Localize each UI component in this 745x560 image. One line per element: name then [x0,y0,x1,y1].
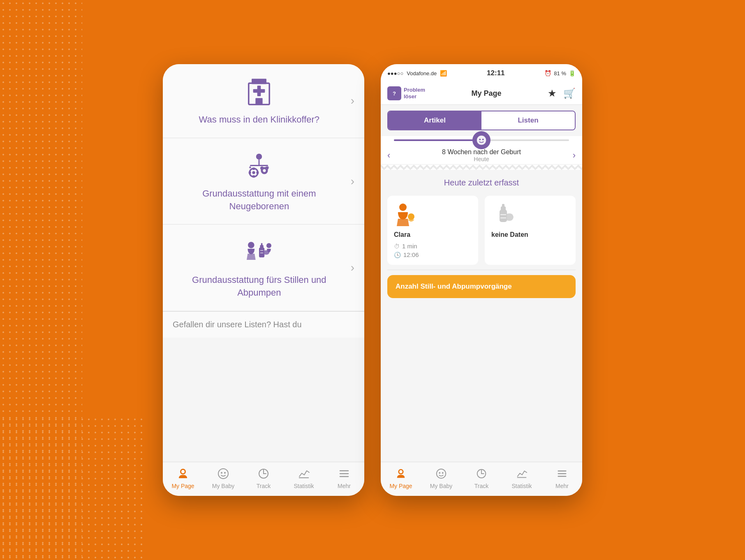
list-item-stillen[interactable]: Grundausstattung fürs Stillen und Abpump… [163,224,364,311]
chevron-right-icon-2: › [351,175,354,188]
today-section: Heute zuletzt erfasst [381,170,582,270]
cart-icon[interactable]: 🛒 [563,88,576,99]
mybaby-icon [216,466,231,481]
right-nav-track[interactable]: Track [465,466,498,489]
klinikkoffer-label: Was muss in den Klinikkoffer? [199,113,319,126]
bottom-text: Gefallen dir unsere Listen? Hast du [163,311,364,338]
svg-rect-1 [252,79,266,84]
svg-rect-12 [252,167,255,170]
svg-point-29 [218,469,228,479]
mybaby-label: My Baby [212,483,234,489]
section-separator [381,165,582,170]
svg-rect-15 [257,171,259,174]
tab-container: Artikel Listen [387,111,576,130]
prev-week-button[interactable]: ‹ [387,150,390,161]
statistik-icon [296,466,311,481]
svg-point-31 [224,472,226,474]
svg-point-18 [265,167,269,170]
logo-line1: Problem [404,87,425,93]
svg-rect-22 [260,245,264,248]
nav-item-track[interactable]: Track [247,466,280,489]
svg-rect-3 [253,89,265,93]
nav-item-statistik[interactable]: Statistik [287,466,320,489]
track-icon [256,466,271,481]
time-icon: ⏱ [394,243,400,250]
pump-icon [491,202,516,227]
logo-text: Problem löser [404,87,425,100]
nav-item-mehr[interactable]: Mehr [328,466,361,489]
bottom-navigation: My Page My Baby [163,462,364,496]
today-cards: Clara ⏱ 1 min 🕓 12:06 [387,196,576,265]
logo-icon: ? [393,90,396,97]
today-title: Heute zuletzt erfasst [387,178,576,187]
tab-listen[interactable]: Listen [481,111,575,130]
nav-item-mypage[interactable]: My Page [167,466,199,489]
svg-point-39 [477,136,486,145]
left-phone: Was muss in den Klinikkoffer? › [163,64,364,496]
battery-percent: 81 % [554,70,566,76]
timeline-fill [394,139,481,141]
app-logo[interactable]: ? Problem löser [387,86,425,100]
svg-point-20 [248,242,255,249]
chevron-right-icon-3: › [351,261,354,274]
svg-point-51 [437,469,446,478]
svg-rect-44 [500,210,507,222]
right-mybaby-label: My Baby [430,483,452,489]
right-nav-statistik[interactable]: Statistik [505,466,538,489]
mypage-icon [176,466,190,481]
svg-point-42 [399,204,407,211]
next-week-button[interactable]: › [573,150,576,161]
carrier-label: Vodafone.de [407,70,437,76]
track-label: Track [257,483,271,489]
right-nav-mehr[interactable]: Mehr [546,466,578,489]
app-header: ? Problem löser My Page ★ 🛒 [381,82,582,105]
chevron-right-icon: › [351,94,354,107]
svg-point-52 [439,472,440,474]
right-track-label: Track [474,483,488,489]
svg-rect-14 [249,171,251,174]
svg-point-11 [252,171,255,174]
right-nav-mybaby[interactable]: My Baby [425,466,458,489]
right-nav-mypage[interactable]: My Page [384,466,417,489]
page-title: My Page [471,89,501,98]
alarm-icon: ⏰ [544,70,551,76]
timeline-track[interactable] [394,139,569,141]
status-bar: ●●●○○ Vodafone.de 📶 12:11 ⏰ 81 % 🔋 [381,64,582,82]
mehr-label: Mehr [338,483,351,489]
timeline-thumb[interactable] [472,131,490,149]
tab-artikel[interactable]: Artikel [388,111,481,130]
list-item-klinikkoffer[interactable]: Was muss in den Klinikkoffer? › [163,64,364,138]
nav-item-mybaby[interactable]: My Baby [207,466,240,489]
nursing-card[interactable]: Clara ⏱ 1 min 🕓 12:06 [387,196,478,265]
logo-line2: löser [404,93,425,100]
duration-text: 1 min [402,243,417,250]
star-icon[interactable]: ★ [548,88,557,99]
orange-summary-card[interactable]: Anzahl Still- und Abpumpvorgänge [387,275,576,298]
right-mehr-icon [555,466,569,481]
right-track-icon [474,466,489,481]
svg-point-30 [221,472,222,474]
svg-point-53 [442,472,444,474]
svg-point-50 [399,470,402,473]
orange-card-title: Anzahl Still- und Abpumpvorgänge [396,282,567,291]
list-item-neugeborenes[interactable]: Grundausstattung mit einem Neugeborenen … [163,138,364,225]
svg-rect-13 [252,175,255,178]
pump-card[interactable]: keine Daten [485,196,576,265]
svg-rect-4 [256,98,263,104]
left-list: Was muss in den Klinikkoffer? › [163,64,364,462]
week-title: 8 Wochen nach der Geburt [395,148,567,156]
timeline-section [381,136,582,143]
week-subtitle: Heute [395,156,567,162]
svg-point-28 [181,470,185,473]
battery-icon: 🔋 [569,70,576,76]
right-mehr-label: Mehr [555,483,569,489]
right-statistik-label: Statistik [511,483,532,489]
svg-rect-46 [502,204,504,207]
right-statistik-icon [514,466,529,481]
hospital-icon [243,76,275,109]
phones-container: Was muss in den Klinikkoffer? › [163,64,582,496]
nodata-name: keine Daten [491,231,528,238]
mypage-label: My Page [171,483,194,489]
neugeborenes-label: Grundausstattung mit einem Neugeborenen [173,187,346,213]
logo-box: ? [387,86,401,100]
